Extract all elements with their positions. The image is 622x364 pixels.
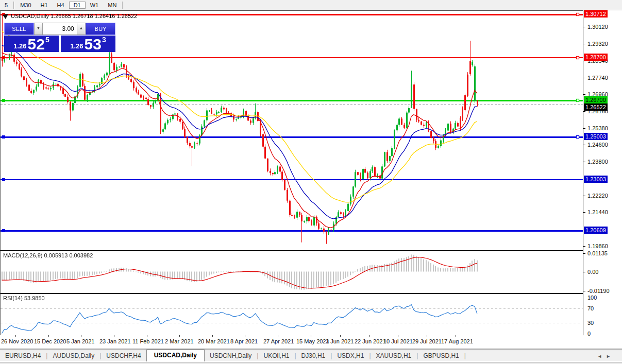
chart-tab-audusd[interactable]: AUDUSD,Daily [47, 351, 99, 361]
timeframe-button-5[interactable]: 5 [0, 2, 12, 9]
volume-increase-button[interactable]: ▲ [77, 23, 86, 35]
timeframe-button-mn[interactable]: MN [103, 2, 121, 9]
toolbar-separator [13, 2, 14, 9]
chart-tab-bar: EURUSD,H4|AUDUSD,Daily|USDCHF,H4USDCAD,D… [0, 350, 622, 361]
chart-tab-usdchf[interactable]: USDCHF,H4 [101, 351, 146, 361]
price-tick-mark [583, 94, 585, 95]
rsi-tick-label: 30 [587, 320, 594, 326]
chart-tab-usdcad[interactable]: USDCAD,Daily [146, 350, 205, 361]
tab-separator: | [464, 352, 466, 361]
price-tick-mark [583, 27, 585, 27]
date-tick-label: 23 Jan 2021 [99, 338, 131, 344]
price-tick-label: 1.22220 [587, 193, 608, 199]
sell-button[interactable]: SELL [4, 23, 34, 35]
buy-price-display[interactable]: 1.26 53 3 [61, 36, 115, 52]
price-tick-label: 1.21440 [587, 209, 608, 215]
timeframe-toolbar: 5M30H1H4D1W1MN [0, 0, 622, 10]
date-tick-label: 29 Jul 2021 [412, 338, 442, 344]
level-price-badge: 1.25003 [584, 133, 608, 140]
buy-price-pip: 3 [102, 36, 106, 44]
rsi-canvas[interactable] [1, 294, 583, 335]
trading-terminal-window: 5M30H1H4D1W1MN USDCAD,Daily 1.26665 1.26… [0, 0, 622, 364]
date-tick-mark [81, 335, 81, 337]
date-tick-mark [456, 335, 456, 337]
date-tick-mark [179, 335, 180, 337]
date-tick-mark [311, 335, 311, 337]
chart-tab-xauusd[interactable]: XAUUSD,H1 [371, 351, 417, 361]
rsi-indicator-panel [0, 293, 583, 336]
one-click-trade-panel: SELL ▼ 3.00 ▲ BUY 1.26 52 5 1.26 53 3 [4, 23, 115, 52]
date-tick-label: 10 Jul 2021 [383, 338, 413, 344]
buy-button[interactable]: BUY [86, 23, 115, 35]
date-tick-label: 3 Jun 2021 [326, 338, 354, 344]
price-tick-label: 1.24600 [587, 142, 608, 148]
timeframe-button-m30[interactable]: M30 [15, 2, 36, 9]
date-tick-label: 5 Jan 2021 [66, 338, 94, 344]
macd-tick-mark [583, 253, 585, 254]
date-tick-label: 15 Dec 2020 [34, 338, 66, 344]
price-tick-mark [583, 111, 585, 112]
level-price-badge: 1.23003 [584, 176, 608, 183]
price-tick-mark [583, 128, 585, 129]
volume-decrease-button[interactable]: ▼ [34, 23, 43, 35]
chart-tab-ukoil[interactable]: UKOil,H1 [258, 351, 294, 361]
date-tick-label: 22 Jun 2021 [355, 338, 386, 344]
date-tick-mark [114, 335, 114, 337]
date-tick-mark [212, 335, 213, 337]
macd-tick-label: 0.01135 [587, 250, 608, 256]
sell-price-display[interactable]: 1.26 52 5 [4, 36, 59, 52]
buy-price-prefix: 1.26 [70, 42, 83, 50]
sell-price-prefix: 1.26 [13, 42, 26, 50]
rsi-tick-label: 0 [587, 331, 591, 337]
level-price-badge: 1.28700 [584, 54, 608, 61]
status-bar [0, 362, 622, 364]
chart-title: USDCAD,Daily 1.26665 1.26718 1.26416 1.2… [11, 13, 137, 19]
sell-price-pip: 5 [45, 36, 49, 44]
price-tick-mark [583, 246, 585, 247]
chart-tab-eurusd[interactable]: EURUSD,H4 [0, 351, 46, 361]
price-tick-label: 1.27740 [587, 75, 608, 81]
macd-tick-mark [583, 291, 585, 291]
tab-scroll-arrows[interactable]: ◄► [597, 354, 615, 359]
date-tick-mark [369, 335, 369, 337]
price-axis: 1.301201.293201.285401.277401.269601.261… [583, 10, 622, 335]
timeframe-button-h4[interactable]: H4 [53, 2, 69, 9]
date-tick-label: 20 Mar 2021 [198, 338, 230, 344]
price-tick-label: 1.23800 [587, 159, 608, 165]
toolbar-separator [122, 2, 123, 9]
tab-scroll-left-icon[interactable]: ◄ [597, 354, 606, 359]
date-tick-mark [48, 335, 49, 337]
current-price-badge: 1.26522 [584, 103, 608, 111]
date-tick-label: 2 Mar 2021 [165, 338, 194, 344]
date-tick-mark [340, 335, 341, 337]
date-tick-label: 8 Apr 2021 [230, 338, 258, 344]
rsi-tick-label: 100 [587, 294, 597, 301]
chart-tab-gbpusd[interactable]: GBPUSD,H1 [418, 351, 464, 361]
chart-tab-usdcnh[interactable]: USDCNH,Daily [205, 351, 257, 361]
macd-tick-label: 0.00 [587, 269, 598, 275]
date-tick-mark [245, 335, 245, 337]
date-tick-mark [15, 335, 16, 337]
price-tick-label: 1.25380 [587, 125, 608, 131]
tab-scroll-right-icon[interactable]: ► [606, 354, 615, 359]
date-tick-label: 11 Feb 2021 [132, 338, 164, 344]
price-tick-mark [583, 44, 585, 44]
price-tick-mark [583, 196, 585, 196]
rsi-label: RSI(14) 53.9850 [3, 295, 45, 301]
rsi-tick-label: 70 [587, 305, 594, 311]
level-price-badge: 1.20609 [584, 227, 608, 234]
chart-tab-usdx[interactable]: USDX,H1 [332, 351, 369, 361]
macd-tick-label: -0.01190 [587, 288, 610, 294]
level-price-badge: 1.30712 [584, 10, 608, 18]
date-tick-mark [278, 335, 278, 337]
timeframe-button-d1[interactable]: D1 [69, 2, 86, 9]
date-tick-label: 17 Aug 2021 [441, 338, 473, 344]
date-tick-label: 26 Nov 2020 [1, 338, 33, 344]
price-tick-mark [583, 78, 585, 78]
volume-input[interactable]: 3.00 [43, 23, 77, 35]
buy-price-main: 53 [85, 38, 102, 51]
price-tick-label: 1.30120 [587, 24, 608, 30]
timeframe-button-h1[interactable]: H1 [36, 2, 53, 9]
chart-tab-dj30[interactable]: DJ30,H1 [296, 351, 331, 361]
timeframe-button-w1[interactable]: W1 [86, 2, 104, 9]
